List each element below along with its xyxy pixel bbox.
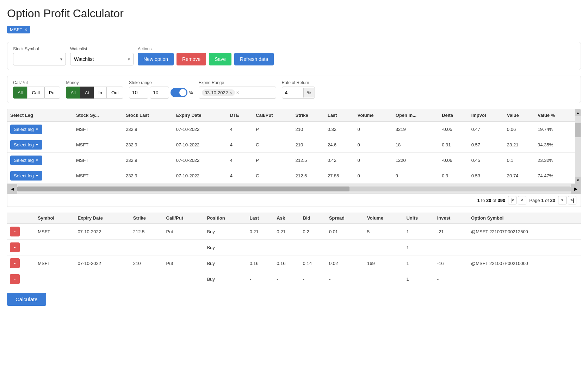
last-page-button[interactable]: >| [568, 196, 576, 204]
stock-symbol-wrapper [13, 53, 66, 65]
b-expiry-cell [75, 271, 130, 287]
calculate-button[interactable]: Calculate [7, 293, 46, 306]
remove-row-button[interactable]: - [10, 258, 20, 268]
b-volume-cell: 5 [364, 224, 404, 240]
strike-cell: 210 [293, 122, 325, 137]
select-leg-cell: Select leg ▼ [7, 153, 73, 168]
prev-page-button[interactable]: < [518, 196, 526, 204]
watchlist-group: Watchlist Watchlist [70, 46, 134, 65]
callput-call-button[interactable]: Call [27, 87, 44, 99]
last-cell: 0.42 [325, 153, 355, 168]
expire-chip: 03-10-2022 × [202, 89, 235, 96]
scroll-right-button[interactable]: ▶ [571, 184, 581, 194]
remove-button[interactable]: Remove [177, 53, 206, 65]
remove-row-button[interactable]: - [10, 227, 20, 236]
value-cell: 0.06 [504, 122, 535, 137]
b-ask-cell: - [274, 240, 300, 255]
b-symbol-cell: MSFT [35, 255, 75, 271]
next-page-button[interactable]: > [558, 196, 567, 204]
bottom-col-bid: Bid [300, 213, 326, 224]
b-invest-cell: -21 [434, 224, 468, 240]
b-invest-cell: - [434, 240, 468, 255]
col-value-pct: Value % [535, 109, 575, 122]
strike-cell: 210 [293, 137, 325, 153]
toggle-thumb [179, 89, 186, 96]
pagination-info: 1 to 20 of 390 [477, 198, 506, 203]
main-table-scroll: Select Leg Stock Sy... Stock Last Expiry… [7, 109, 575, 184]
b-spread-cell: 0.01 [326, 224, 364, 240]
toggle-track[interactable] [171, 88, 187, 97]
money-in-button[interactable]: In [94, 87, 107, 99]
dte-cell: 4 [227, 137, 253, 153]
b-symbol-cell: MSFT [35, 224, 75, 240]
remove-row-button[interactable]: - [10, 242, 20, 252]
tag-close-icon[interactable]: × [24, 27, 27, 32]
volume-cell: 0 [354, 137, 392, 153]
b-bid-cell: 0.14 [300, 255, 326, 271]
open-int-cell: 1220 [393, 153, 439, 168]
volume-cell: 0 [354, 122, 392, 137]
callput-all-button[interactable]: All [13, 87, 27, 99]
main-table-container: Select Leg Stock Sy... Stock Last Expiry… [7, 109, 581, 207]
strike-range-label: Strike range [129, 80, 193, 85]
bottom-col-spread: Spread [326, 213, 364, 224]
impvol-cell: 0.53 [469, 168, 504, 184]
expire-clear-icon[interactable]: × [236, 90, 239, 95]
money-all-button[interactable]: All [66, 87, 80, 99]
callput-cell: P [253, 122, 293, 137]
scroll-down-button[interactable]: ▼ [575, 177, 581, 184]
toggle-switch[interactable]: % [171, 88, 193, 97]
select-leg-button[interactable]: Select leg ▼ [10, 140, 42, 150]
strike-range-input2[interactable] [150, 87, 169, 99]
remove-cell: - [7, 255, 35, 271]
strike-range-input1[interactable] [129, 87, 148, 99]
stock-last-cell: 232.9 [123, 153, 173, 168]
select-leg-button[interactable]: Select leg ▼ [10, 125, 42, 134]
select-leg-cell: Select leg ▼ [7, 122, 73, 137]
strike-cell: 212.5 [293, 168, 325, 184]
money-out-button[interactable]: Out [107, 87, 123, 99]
open-int-cell: 9 [393, 168, 439, 184]
b-invest-cell: -16 [434, 255, 468, 271]
total-pages: 20 [550, 198, 555, 203]
remove-cell: - [7, 224, 35, 240]
expire-chip-close-icon[interactable]: × [229, 90, 232, 95]
money-label: Money [66, 80, 123, 85]
bottom-table-row: - Buy - - - - 1 - [7, 271, 581, 287]
b-position-cell: Buy [204, 271, 247, 287]
bottom-col-volume: Volume [364, 213, 404, 224]
col-impvol: Impvol [469, 109, 504, 122]
select-leg-button[interactable]: Select leg ▼ [10, 156, 42, 165]
bottom-table-row: - MSFT 07-10-2022 210 Put Buy 0.16 0.16 … [7, 255, 581, 271]
b-bid-cell: - [300, 240, 326, 255]
first-page-button[interactable]: |< [508, 196, 516, 204]
b-callput-cell: Put [163, 255, 204, 271]
value-cell: 23.21 [504, 137, 535, 153]
stock-symbol-select[interactable] [13, 53, 66, 65]
stock-cell: MSFT [73, 153, 123, 168]
col-expiry-date: Expiry Date [173, 109, 227, 122]
scroll-up-button[interactable]: ▲ [575, 109, 581, 116]
current-page: 1 [541, 198, 544, 203]
dte-cell: 4 [227, 122, 253, 137]
last-cell: 27.85 [325, 168, 355, 184]
dte-cell: 4 [227, 168, 253, 184]
remove-row-button[interactable]: - [10, 274, 20, 284]
expire-range-label: Expire Range [199, 80, 276, 85]
ror-input[interactable] [282, 88, 303, 97]
refresh-data-button[interactable]: Refresh data [234, 53, 274, 65]
scroll-left-button[interactable]: ◀ [7, 184, 17, 194]
dte-cell: 4 [227, 153, 253, 168]
new-option-button[interactable]: New option [138, 53, 174, 65]
remove-cell: - [7, 240, 35, 255]
watchlist-select[interactable]: Watchlist [70, 53, 134, 65]
delta-cell: -0.05 [439, 122, 468, 137]
save-button[interactable]: Save [209, 53, 231, 65]
money-at-button[interactable]: At [80, 87, 94, 99]
value-pct-cell: 23.32% [535, 153, 575, 168]
select-leg-button[interactable]: Select leg ▼ [10, 171, 42, 181]
select-leg-cell: Select leg ▼ [7, 168, 73, 184]
callput-put-button[interactable]: Put [44, 87, 61, 99]
b-units-cell: 1 [403, 271, 434, 287]
b-strike-cell: 212.5 [130, 224, 163, 240]
